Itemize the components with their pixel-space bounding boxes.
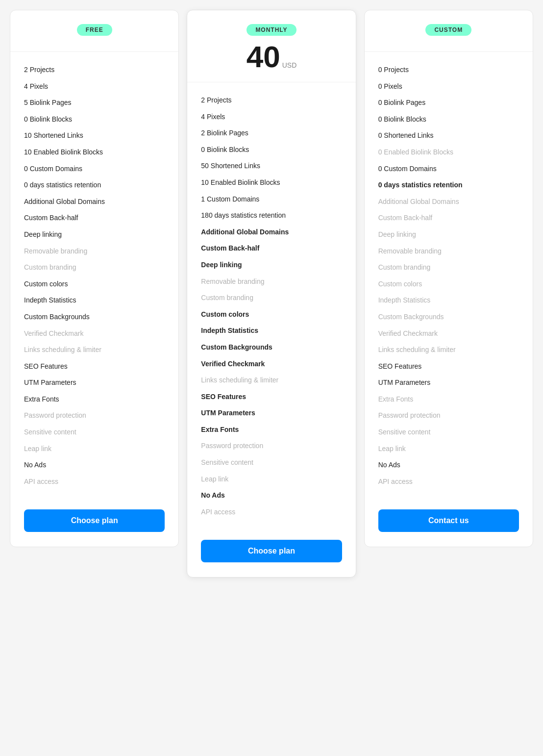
feature-item: Removable branding	[201, 274, 342, 290]
feature-item: Indepth Statistics	[201, 323, 342, 339]
feature-item: API access	[201, 504, 342, 521]
feature-item: SEO Features	[378, 358, 519, 375]
feature-item: 2 Projects	[24, 62, 165, 78]
feature-item: No Ads	[201, 487, 342, 504]
feature-item: Indepth Statistics	[24, 292, 165, 309]
feature-item: Leap link	[24, 441, 165, 457]
feature-item: Deep linking	[201, 257, 342, 274]
feature-item: Custom Back-half	[201, 240, 342, 257]
plan-footer-monthly: Choose plan	[187, 530, 355, 562]
feature-item: Extra Fonts	[24, 391, 165, 408]
feature-item: Additional Global Domains	[24, 194, 165, 210]
plan-card-monthly: MONTHLY40USD2 Projects4 Pixels2 Biolink …	[187, 10, 356, 578]
feature-item: Links scheduling & limiter	[201, 372, 342, 389]
feature-item: 0 Biolink Pages	[378, 95, 519, 111]
price-amount: 40	[247, 42, 280, 72]
plan-header-custom: CUSTOM	[365, 10, 533, 52]
feature-item: 0 Enabled Biolink Blocks	[378, 144, 519, 161]
feature-item: Custom colors	[378, 276, 519, 293]
plan-features-custom: 0 Projects0 Pixels0 Biolink Pages0 Bioli…	[365, 52, 533, 500]
pricing-container: FREE2 Projects4 Pixels5 Biolink Pages0 B…	[10, 10, 533, 578]
price-currency: USD	[282, 61, 297, 69]
feature-item: Custom branding	[201, 290, 342, 306]
feature-item: Password protection	[201, 438, 342, 454]
feature-item: Deep linking	[378, 227, 519, 243]
feature-item: Custom Backgrounds	[201, 339, 342, 356]
feature-item: Custom Back-half	[24, 210, 165, 227]
feature-item: UTM Parameters	[24, 375, 165, 391]
plan-features-free: 2 Projects4 Pixels5 Biolink Pages0 Bioli…	[10, 52, 178, 500]
feature-item: 10 Shortened Links	[24, 127, 165, 144]
feature-item: Leap link	[201, 471, 342, 488]
feature-item: 0 days statistics retention	[24, 177, 165, 194]
feature-item: UTM Parameters	[378, 375, 519, 391]
feature-item: 0 Biolink Blocks	[378, 111, 519, 128]
plan-header-monthly: MONTHLY40USD	[187, 10, 355, 82]
feature-item: Links scheduling & limiter	[24, 342, 165, 358]
feature-item: Extra Fonts	[201, 422, 342, 438]
feature-item: 0 days statistics retention	[378, 177, 519, 194]
feature-item: API access	[24, 474, 165, 490]
feature-item: Deep linking	[24, 227, 165, 243]
feature-item: Verified Checkmark	[24, 326, 165, 342]
feature-item: Leap link	[378, 441, 519, 457]
feature-item: 1 Custom Domains	[201, 191, 342, 208]
feature-item: Removable branding	[378, 243, 519, 260]
feature-item: SEO Features	[24, 358, 165, 375]
feature-item: Custom branding	[24, 259, 165, 276]
feature-item: Sensitive content	[378, 424, 519, 441]
feature-item: 5 Biolink Pages	[24, 95, 165, 111]
plan-footer-custom: Contact us	[365, 500, 533, 532]
feature-item: API access	[378, 474, 519, 490]
feature-item: 0 Biolink Blocks	[201, 142, 342, 158]
feature-item: Custom Back-half	[378, 210, 519, 227]
feature-item: Sensitive content	[24, 424, 165, 441]
feature-item: 0 Biolink Blocks	[24, 111, 165, 128]
feature-item: 0 Shortened Links	[378, 127, 519, 144]
plan-card-free: FREE2 Projects4 Pixels5 Biolink Pages0 B…	[10, 10, 179, 547]
feature-item: 0 Custom Domains	[24, 161, 165, 177]
feature-item: 4 Pixels	[24, 78, 165, 95]
feature-item: Custom Backgrounds	[24, 309, 165, 326]
feature-item: Additional Global Domains	[201, 224, 342, 241]
feature-item: 50 Shortened Links	[201, 158, 342, 175]
feature-item: 10 Enabled Biolink Blocks	[24, 144, 165, 161]
feature-item: SEO Features	[201, 389, 342, 405]
feature-item: 180 days statistics retention	[201, 207, 342, 224]
feature-item: Verified Checkmark	[378, 326, 519, 342]
feature-item: Indepth Statistics	[378, 292, 519, 309]
feature-item: 10 Enabled Biolink Blocks	[201, 175, 342, 191]
feature-item: Custom Backgrounds	[378, 309, 519, 326]
feature-item: Custom branding	[378, 259, 519, 276]
plan-badge: MONTHLY	[247, 24, 296, 36]
feature-item: Extra Fonts	[378, 391, 519, 408]
custom-button[interactable]: Contact us	[378, 509, 519, 532]
feature-item: Removable branding	[24, 243, 165, 260]
feature-item: 2 Biolink Pages	[201, 125, 342, 142]
feature-item: 0 Projects	[378, 62, 519, 78]
plan-badge: CUSTOM	[425, 24, 471, 36]
free-button[interactable]: Choose plan	[24, 509, 165, 532]
feature-item: Custom colors	[201, 306, 342, 323]
plan-footer-free: Choose plan	[10, 500, 178, 532]
feature-item: 0 Pixels	[378, 78, 519, 95]
feature-item: No Ads	[24, 457, 165, 474]
feature-item: Custom colors	[24, 276, 165, 293]
feature-item: 0 Custom Domains	[378, 161, 519, 177]
plan-badge: FREE	[77, 24, 112, 36]
feature-item: No Ads	[378, 457, 519, 474]
feature-item: UTM Parameters	[201, 405, 342, 422]
feature-item: Sensitive content	[201, 454, 342, 471]
feature-item: 4 Pixels	[201, 109, 342, 126]
plan-card-custom: CUSTOM0 Projects0 Pixels0 Biolink Pages0…	[364, 10, 533, 547]
monthly-button[interactable]: Choose plan	[201, 540, 342, 562]
feature-item: Password protection	[378, 407, 519, 424]
feature-item: Password protection	[24, 407, 165, 424]
feature-item: Links scheduling & limiter	[378, 342, 519, 358]
feature-item: Additional Global Domains	[378, 194, 519, 210]
plan-header-free: FREE	[10, 10, 178, 52]
plan-features-monthly: 2 Projects4 Pixels2 Biolink Pages0 Bioli…	[187, 82, 355, 530]
feature-item: Verified Checkmark	[201, 356, 342, 373]
feature-item: 2 Projects	[201, 92, 342, 109]
